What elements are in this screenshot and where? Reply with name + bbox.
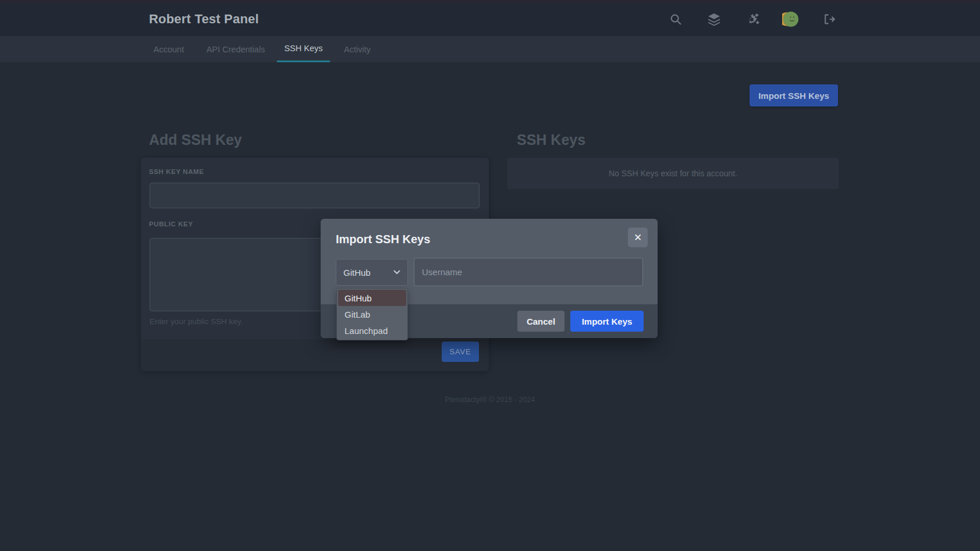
provider-select-value: GitHub	[343, 268, 371, 278]
navbar-actions	[667, 2, 838, 36]
public-key-label: PUBLIC KEY	[149, 221, 193, 227]
chevron-down-icon	[393, 270, 400, 275]
import-ssh-keys-button[interactable]: Import SSH Keys	[750, 84, 838, 106]
ssh-key-name-input[interactable]	[150, 183, 480, 208]
add-key-card-footer: SAVE	[141, 339, 489, 371]
provider-select[interactable]: GitHub	[336, 259, 408, 286]
dropdown-option-gitlab[interactable]: GitLab	[338, 306, 406, 322]
ssh-keys-empty-state: No SSH Keys exist for this account.	[507, 158, 839, 189]
modal-title: Import SSH Keys	[336, 233, 430, 246]
account-tabbar: Account API Credentials SSH Keys Activit…	[0, 36, 980, 62]
ssh-keys-heading: SSH Keys	[517, 131, 585, 148]
dropdown-option-github[interactable]: GitHub	[338, 290, 406, 306]
app-title: Robert Test Panel	[149, 2, 259, 36]
provider-dropdown: GitHub GitLab Launchpad	[336, 288, 408, 340]
navbar: Robert Test Panel	[0, 2, 980, 36]
tab-activity[interactable]: Activity	[333, 36, 381, 62]
save-button[interactable]: SAVE	[442, 342, 479, 362]
public-key-hint: Enter your public SSH key.	[150, 317, 243, 326]
copyright-footer: Pterodactyl® © 2015 - 2024	[0, 396, 980, 404]
logout-icon[interactable]	[821, 2, 838, 36]
search-icon[interactable]	[667, 2, 684, 36]
empty-state-message: No SSH Keys exist for this account.	[609, 169, 737, 178]
cancel-button[interactable]: Cancel	[517, 311, 564, 332]
tab-ssh-keys[interactable]: SSH Keys	[277, 36, 330, 62]
gears-icon[interactable]	[744, 2, 761, 36]
user-avatar[interactable]	[782, 2, 800, 36]
dropdown-option-launchpad[interactable]: Launchpad	[338, 322, 406, 339]
add-ssh-key-heading: Add SSH Key	[149, 131, 242, 148]
tab-api-credentials[interactable]: API Credentials	[200, 36, 271, 62]
import-keys-button[interactable]: Import Keys	[570, 311, 644, 332]
layers-icon[interactable]	[705, 2, 723, 36]
username-input[interactable]	[414, 258, 643, 286]
ssh-key-name-label: SSH KEY NAME	[149, 168, 204, 175]
close-icon[interactable]: ✕	[628, 227, 648, 247]
tab-account[interactable]: Account	[145, 36, 192, 62]
